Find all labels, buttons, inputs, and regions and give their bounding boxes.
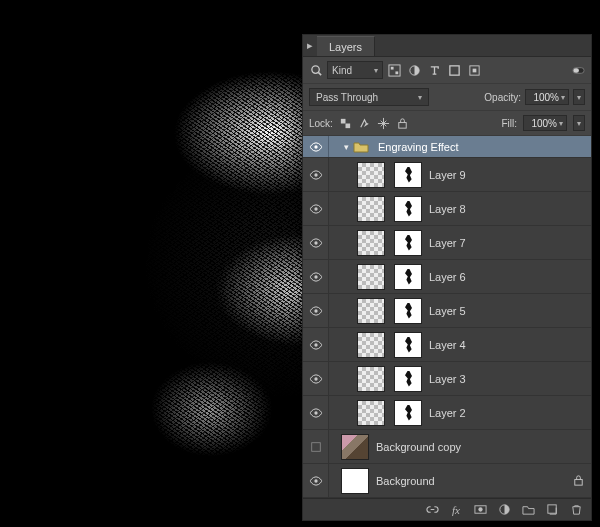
layer-row[interactable]: Layer 8: [303, 192, 591, 226]
new-layer-icon[interactable]: [545, 503, 559, 517]
filter-smartobject-icon[interactable]: [467, 63, 481, 77]
layer-thumbnail[interactable]: [357, 264, 385, 290]
lock-image-icon[interactable]: [358, 116, 372, 130]
layer-mask-thumbnail[interactable]: [394, 400, 422, 426]
svg-point-16: [314, 241, 317, 244]
layer-row[interactable]: Layer 7: [303, 226, 591, 260]
layer-row[interactable]: Layer 6: [303, 260, 591, 294]
layer-thumbnail[interactable]: [357, 400, 385, 426]
lock-transparency-icon[interactable]: [339, 116, 353, 130]
panel-menu-button[interactable]: [579, 40, 591, 52]
new-group-icon[interactable]: [521, 503, 535, 517]
link-layers-icon[interactable]: [425, 503, 439, 517]
layer-row[interactable]: Layer 2: [303, 396, 591, 430]
opacity-slider-button[interactable]: ▾: [573, 89, 585, 105]
layer-mask-thumbnail[interactable]: [394, 332, 422, 358]
layer-row[interactable]: Layer 9: [303, 158, 591, 192]
svg-rect-28: [547, 505, 555, 513]
visibility-toggle[interactable]: [303, 294, 329, 327]
filter-adjustment-icon[interactable]: [407, 63, 421, 77]
svg-point-17: [314, 275, 317, 278]
layer-row[interactable]: Layer 5: [303, 294, 591, 328]
visibility-toggle[interactable]: [303, 464, 329, 497]
visibility-toggle[interactable]: [303, 158, 329, 191]
layer-thumbnail[interactable]: [357, 332, 385, 358]
layer-name: Layer 7: [429, 237, 466, 249]
eye-icon: [309, 374, 323, 384]
filter-toggle-switch[interactable]: [571, 63, 585, 77]
svg-point-14: [314, 173, 317, 176]
fill-slider-button[interactable]: ▾: [573, 115, 585, 131]
layer-mask-thumbnail[interactable]: [394, 366, 422, 392]
fill-label: Fill:: [501, 118, 517, 129]
add-mask-icon[interactable]: [473, 503, 487, 517]
filter-type-icon[interactable]: [427, 63, 441, 77]
opacity-input[interactable]: 100% ▾: [525, 89, 569, 105]
visibility-toggle[interactable]: [303, 260, 329, 293]
blend-mode-select[interactable]: Pass Through ▾: [309, 88, 429, 106]
svg-point-13: [314, 145, 317, 148]
panel-collapse-button[interactable]: ▸: [303, 39, 317, 52]
svg-point-20: [314, 377, 317, 380]
layers-list: ▾ Engraving Effect Layer 9Layer 8Layer 7…: [303, 136, 591, 498]
visibility-toggle[interactable]: [303, 136, 329, 157]
layer-mask-thumbnail[interactable]: [394, 230, 422, 256]
eye-icon: [309, 272, 323, 282]
group-disclosure-triangle[interactable]: ▾: [341, 142, 351, 152]
chevron-down-icon: ▾: [559, 119, 563, 128]
lock-icon: [571, 474, 585, 488]
svg-point-19: [314, 343, 317, 346]
layer-name: Layer 5: [429, 305, 466, 317]
visibility-toggle[interactable]: [303, 328, 329, 361]
visibility-toggle[interactable]: [303, 396, 329, 429]
layer-row[interactable]: Background copy: [303, 430, 591, 464]
layers-tab[interactable]: Layers: [317, 36, 375, 56]
svg-rect-5: [449, 65, 458, 74]
delete-layer-icon[interactable]: [569, 503, 583, 517]
layer-group-row[interactable]: ▾ Engraving Effect: [303, 136, 591, 158]
visibility-toggle[interactable]: [303, 192, 329, 225]
svg-point-18: [314, 309, 317, 312]
layer-row[interactable]: Layer 3: [303, 362, 591, 396]
layer-thumbnail[interactable]: [357, 162, 385, 188]
lock-position-icon[interactable]: [377, 116, 391, 130]
layer-thumbnail[interactable]: [357, 298, 385, 324]
svg-point-21: [314, 411, 317, 414]
layer-style-icon[interactable]: fx: [449, 503, 463, 517]
layer-row[interactable]: Layer 4: [303, 328, 591, 362]
lock-fill-row: Lock: Fill: 100% ▾ ▾: [303, 111, 591, 136]
layer-mask-thumbnail[interactable]: [394, 298, 422, 324]
layer-row[interactable]: Background: [303, 464, 591, 498]
visibility-toggle[interactable]: [303, 362, 329, 395]
layer-mask-thumbnail[interactable]: [394, 196, 422, 222]
layer-filter-row: Kind ▾: [303, 57, 591, 84]
svg-rect-10: [341, 118, 346, 123]
layer-thumbnail[interactable]: [341, 434, 369, 460]
fill-value: 100%: [531, 118, 557, 129]
svg-point-23: [314, 479, 317, 482]
layer-thumbnail[interactable]: [357, 366, 385, 392]
filter-shape-icon[interactable]: [447, 63, 461, 77]
panel-tabbar: ▸ Layers: [303, 35, 591, 57]
layer-mask-thumbnail[interactable]: [394, 264, 422, 290]
visibility-toggle[interactable]: [303, 226, 329, 259]
lock-all-icon[interactable]: [396, 116, 410, 130]
layer-name: Layer 9: [429, 169, 466, 181]
filter-kind-select[interactable]: Kind ▾: [327, 61, 383, 79]
layer-mask-thumbnail[interactable]: [394, 162, 422, 188]
layer-thumbnail[interactable]: [357, 196, 385, 222]
layer-name: Background copy: [376, 441, 461, 453]
svg-point-26: [478, 507, 482, 511]
layer-thumbnail[interactable]: [341, 468, 369, 494]
layers-panel: ▸ Layers Kind ▾ Pass Through ▾ O: [302, 34, 592, 521]
fill-input[interactable]: 100% ▾: [523, 115, 567, 131]
chevron-down-icon: ▾: [561, 93, 565, 102]
new-adjustment-icon[interactable]: [497, 503, 511, 517]
layer-thumbnail[interactable]: [357, 230, 385, 256]
visibility-off-icon: [310, 441, 322, 453]
chevron-down-icon: ▾: [418, 93, 422, 102]
eye-icon: [309, 476, 323, 486]
filter-pixel-icon[interactable]: [387, 63, 401, 77]
visibility-toggle[interactable]: [303, 430, 329, 463]
svg-rect-1: [388, 64, 399, 75]
